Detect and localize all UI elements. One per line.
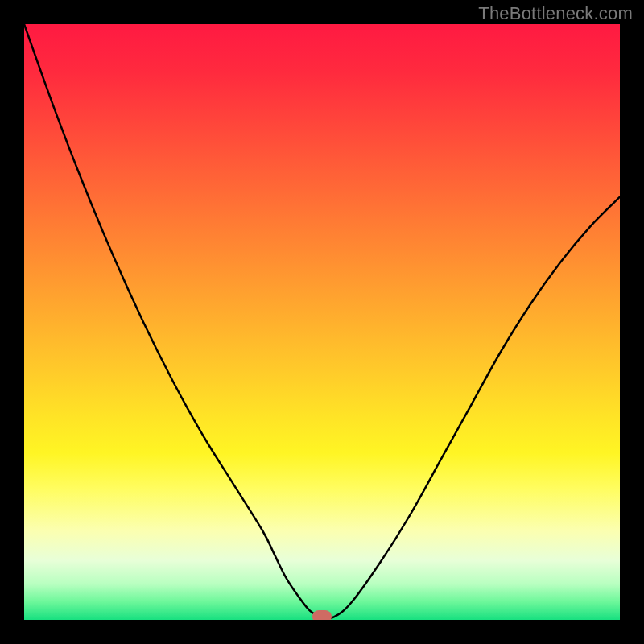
plot-area bbox=[24, 24, 620, 620]
optimal-marker bbox=[312, 610, 332, 620]
curve-svg bbox=[24, 24, 620, 620]
watermark-text: TheBottleneck.com bbox=[478, 3, 633, 24]
chart-frame: TheBottleneck.com bbox=[0, 0, 644, 644]
bottleneck-curve bbox=[24, 24, 620, 618]
